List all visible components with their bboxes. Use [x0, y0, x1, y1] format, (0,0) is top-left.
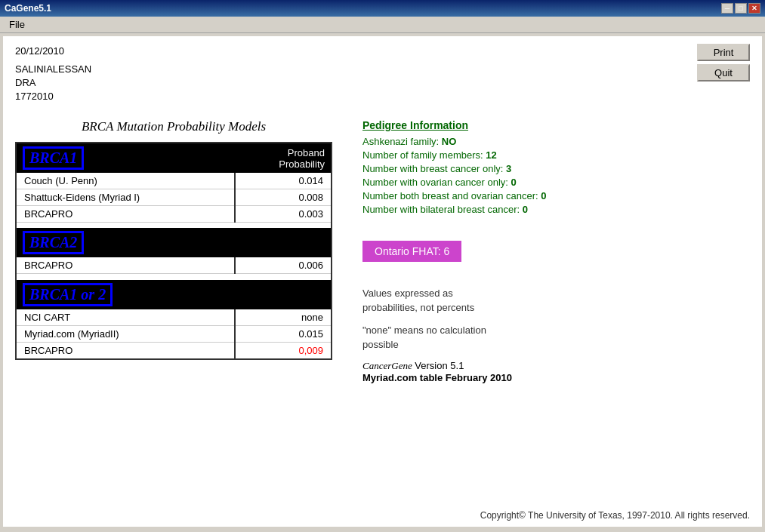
- title-bar: CaGene5.1 ─ □ ✕: [0, 0, 765, 17]
- quit-button[interactable]: Quit: [697, 64, 750, 81]
- footer-info: CancerGene Version 5.1 Myriad.com table …: [362, 360, 750, 383]
- copyright-bar: Copyright© The University of Texas, 1997…: [480, 510, 750, 521]
- version-text: Version 5.1: [412, 360, 464, 371]
- model-cell: Couch (U. Penn): [16, 173, 235, 189]
- window-title: CaGene5.1: [5, 3, 51, 14]
- top-right-buttons: Print Quit: [697, 44, 750, 81]
- model-cell: BRCAPRO: [16, 257, 235, 274]
- print-button[interactable]: Print: [697, 44, 750, 61]
- close-button[interactable]: ✕: [748, 3, 760, 14]
- notes-section: Values expressed as probabilities, not p…: [362, 286, 750, 352]
- value-cell: 0.015: [235, 325, 332, 342]
- value-cell: 0.006: [235, 257, 332, 274]
- date-label: 20/12/2010: [15, 45, 750, 57]
- brca12-header-cell: BRCA1 or 2: [16, 280, 332, 309]
- brca12-header-row: BRCA1 or 2: [16, 280, 332, 309]
- table-row: BRCAPRO 0.003: [16, 205, 332, 222]
- title-bar-buttons: ─ □ ✕: [721, 3, 760, 14]
- value-cell: none: [235, 309, 332, 326]
- pedigree-item: Number with bilateral breast cancer: 0: [362, 204, 750, 215]
- note-line3: "none" means no calculation possible: [362, 323, 750, 352]
- app-version-line2: Myriad.com table February 2010: [362, 372, 750, 383]
- brca2-header-row: BRCA2: [16, 228, 332, 257]
- model-cell: Myriad.com (MyriadII): [16, 325, 235, 342]
- file-menu[interactable]: File: [3, 17, 31, 32]
- value-cell: 0.008: [235, 189, 332, 205]
- table-row: BRCAPRO 0,009: [16, 342, 332, 359]
- main-layout: BRCA Mutation Probability Models BRCA1 P…: [15, 119, 750, 383]
- menu-bar: File: [0, 17, 765, 33]
- minimize-button[interactable]: ─: [721, 3, 733, 14]
- brca1-label: BRCA1: [23, 146, 84, 170]
- pedigree-item: Number both breast and ovarian cancer: 0: [362, 190, 750, 201]
- probability-table: BRCA1 Proband Probability Couch (U. Penn…: [15, 142, 332, 360]
- model-cell: BRCAPRO: [16, 342, 235, 359]
- table-row: NCI CART none: [16, 309, 332, 326]
- value-cell: 0.003: [235, 205, 332, 222]
- proband-header: Proband Probability: [235, 143, 332, 173]
- model-cell: Shattuck-Eidens (Myriad I): [16, 189, 235, 205]
- brca2-header-cell: BRCA2: [16, 228, 332, 257]
- patient-name: SALINIALESSAN DRA 1772010: [15, 63, 750, 104]
- pedigree-item: Number of family members: 12: [362, 149, 750, 161]
- value-cell value-red: 0,009: [235, 342, 332, 359]
- spacer-row: [16, 222, 332, 228]
- app-version-line1: CancerGene Version 5.1: [362, 360, 750, 372]
- brca2-label: BRCA2: [23, 231, 84, 254]
- section-title: BRCA Mutation Probability Models: [15, 119, 332, 134]
- note-line1: Values expressed as probabilities, not p…: [362, 286, 750, 315]
- brca1-header-row: BRCA1 Proband Probability: [16, 143, 332, 173]
- pedigree-item: Ashkenazi family: NO: [362, 136, 750, 147]
- pedigree-item: Number with breast cancer only: 3: [362, 163, 750, 174]
- table-row: Myriad.com (MyriadII) 0.015: [16, 325, 332, 342]
- main-content: Print Quit 20/12/2010 SALINIALESSAN DRA …: [3, 36, 762, 527]
- right-section: Pedigree Information Ashkenazi family: N…: [362, 119, 750, 383]
- model-cell: NCI CART: [16, 309, 235, 326]
- spacer-row: [16, 274, 332, 280]
- model-cell: BRCAPRO: [16, 205, 235, 222]
- value-cell: 0.014: [235, 173, 332, 189]
- table-row: Shattuck-Eidens (Myriad I) 0.008: [16, 189, 332, 205]
- table-row: BRCAPRO 0.006: [16, 257, 332, 274]
- pedigree-item: Number with ovarian cancer only: 0: [362, 177, 750, 188]
- brca1-header-cell: BRCA1: [16, 143, 235, 173]
- maximize-button[interactable]: □: [735, 3, 747, 14]
- ontario-badge: Ontario FHAT: 6: [362, 241, 461, 262]
- brca-italic-title: BRCA: [82, 119, 113, 134]
- brca12-label: BRCA1 or 2: [23, 283, 113, 306]
- table-row: Couch (U. Penn) 0.014: [16, 173, 332, 189]
- pedigree-title: Pedigree Information: [362, 119, 750, 131]
- left-section: BRCA Mutation Probability Models BRCA1 P…: [15, 119, 332, 383]
